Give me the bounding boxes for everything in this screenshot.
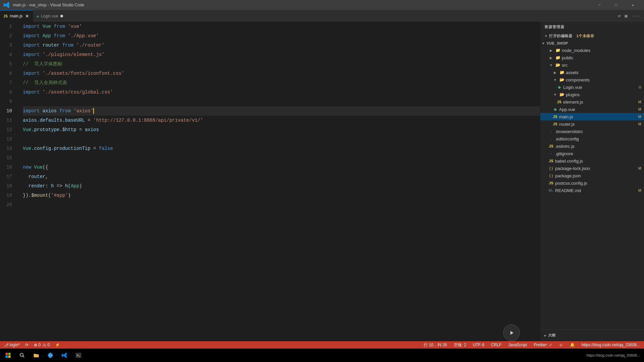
ln-14: 14: [0, 144, 16, 153]
language-item[interactable]: JavaScript: [507, 343, 528, 347]
ln-12: 12: [0, 125, 16, 134]
tree-assets[interactable]: ▶ 📁 assets: [540, 69, 644, 76]
code-line-1: import Vue from 'vue': [23, 22, 540, 31]
ln-9: 9: [0, 97, 16, 106]
tree-package-lock[interactable]: { } package-lock.json M: [540, 165, 644, 172]
editor-area: 1 2 3 4 5 6 7 8 9 10 11 12 13 14 15 16 1…: [0, 22, 540, 341]
taskbar-search[interactable]: [15, 349, 29, 362]
open-editors-header[interactable]: ▼ 打开的编辑器 1个未保存: [540, 32, 644, 40]
taskbar-terminal[interactable]: [72, 349, 85, 362]
tab-main-js-close[interactable]: ✕: [24, 13, 30, 19]
bell-item[interactable]: 🔔: [569, 343, 576, 347]
tree-public[interactable]: ▶ 📁 public: [540, 54, 644, 61]
tree-login-vue[interactable]: ◈ Login.vue U: [540, 83, 644, 91]
code-line-16: new Vue({: [23, 163, 540, 172]
element-js-badge: M: [638, 100, 641, 104]
tree-plugins[interactable]: ▼ 📂 plugins: [540, 91, 644, 98]
more-icon[interactable]: ···: [632, 13, 640, 19]
tree-router-js[interactable]: JS router.js M: [540, 120, 644, 128]
line-ending-label: CRLF: [491, 343, 501, 347]
tree-components[interactable]: ▼ 📂 components: [540, 76, 644, 83]
svg-rect-0: [6, 353, 8, 355]
tree-node-modules[interactable]: ▶ 📁 node_modules: [540, 47, 644, 54]
taskbar-browser[interactable]: [44, 349, 57, 362]
terminal-icon: [75, 352, 82, 358]
ln-16: 16: [0, 163, 16, 172]
file-tree-root[interactable]: ▼ VUE_SHOP: [540, 40, 644, 47]
prettier-item[interactable]: Prettier: ✓: [532, 343, 553, 347]
layout-icon[interactable]: ▣: [625, 13, 627, 19]
tree-package-json[interactable]: { } package.json: [540, 172, 644, 179]
file-tree-section: ▼ VUE_SHOP ▶ 📁 node_modules ▶ 📁 public ▼…: [540, 40, 644, 194]
taskbar-explorer[interactable]: [30, 349, 43, 362]
tree-readme[interactable]: M↓ README.md M: [540, 187, 644, 194]
tree-editorconfig[interactable]: · .editorconfig: [540, 135, 644, 142]
readme-badge: M: [638, 188, 641, 192]
ln-5: 5: [0, 59, 16, 69]
sidebar: 资源管理器 ▼ 打开的编辑器 1个未保存 ▼ VUE_SHOP ▶ 📁 node…: [540, 22, 644, 341]
smiley-item[interactable]: ☺: [558, 343, 565, 347]
taskbar-vscode[interactable]: [58, 349, 71, 362]
ln-13: 13: [0, 134, 16, 144]
tree-src[interactable]: ▼ 📂 src: [540, 61, 644, 69]
postcss-icon: JS: [548, 180, 554, 186]
svg-rect-3: [8, 356, 11, 358]
search-icon: [19, 352, 25, 358]
sync-item[interactable]: ⟳: [24, 343, 30, 347]
status-right: 行 10，列 26 空格: 2 UTF-8 CRLF JavaScript Pr…: [422, 342, 641, 348]
ln-8: 8: [0, 87, 16, 97]
public-chevron: ▶: [548, 55, 554, 60]
spaces-item[interactable]: 空格: 2: [452, 342, 468, 348]
root-chevron: ▼: [542, 42, 545, 45]
tree-element-js[interactable]: JS element.js M: [540, 98, 644, 106]
code-content[interactable]: import Vue from 'vue' import App from '.…: [20, 22, 540, 341]
close-button[interactable]: ✕: [625, 0, 641, 10]
tree-eslintrc[interactable]: JS .eslintrc.js: [540, 142, 644, 150]
svg-rect-1: [8, 353, 11, 355]
ln-11: 11: [0, 116, 16, 125]
tab-vue-icon: ◈: [37, 14, 39, 18]
code-line-5: // 导入字体图标: [23, 59, 540, 69]
tree-babel-config[interactable]: JS babel.config.js: [540, 157, 644, 165]
tree-gitignore[interactable]: · .gitignore: [540, 150, 644, 157]
tab-bar-right: ⇄ ▣ ···: [614, 10, 644, 22]
start-button[interactable]: [1, 349, 15, 362]
tree-postcss-config[interactable]: JS postcss.config.js: [540, 179, 644, 187]
title-bar-left: main.js - vue_shop - Visual Studio Code: [3, 2, 84, 8]
encoding-item[interactable]: UTF-8: [472, 343, 486, 347]
tab-login-vue[interactable]: ◈ Login.vue: [33, 10, 66, 22]
editorconfig-icon: ·: [548, 136, 554, 141]
errors-item[interactable]: ⊗ 0 ⚠ 0: [33, 343, 51, 347]
windows-start-icon: [5, 352, 11, 358]
code-editor[interactable]: 1 2 3 4 5 6 7 8 9 10 11 12 13 14 15 16 1…: [0, 22, 540, 341]
ln-3: 3: [0, 41, 16, 50]
git-branch-item[interactable]: ⎇ login*: [3, 343, 21, 347]
minimize-button[interactable]: ─: [592, 0, 607, 10]
ln-6: 6: [0, 69, 16, 78]
components-folder-icon: 📂: [559, 77, 565, 82]
tree-app-vue[interactable]: ◈ App.vue M: [540, 106, 644, 113]
code-line-12: Vue.prototype.$http = axios: [23, 125, 540, 134]
line-ending-item[interactable]: CRLF: [490, 343, 503, 347]
vscode-taskbar-icon: [61, 352, 67, 358]
split-editor-icon[interactable]: ⇄: [618, 13, 621, 19]
tree-browserslistrc[interactable]: · .browserslistrc: [540, 128, 644, 135]
tab-main-js[interactable]: JS main.js ✕: [0, 10, 33, 22]
code-line-18: render: h => h(App): [23, 181, 540, 191]
src-folder-icon: 📂: [555, 62, 560, 68]
tree-main-js[interactable]: JS main.js M: [540, 113, 644, 120]
svg-rect-7: [76, 353, 81, 358]
code-line-19: }).$mount('#app'): [23, 191, 540, 200]
position-item[interactable]: 行 10，列 26: [422, 342, 448, 348]
floating-play-button[interactable]: [503, 324, 520, 341]
position-label: 行 10，列 26: [424, 342, 447, 348]
outline-header[interactable]: ▶ 大纲: [540, 331, 644, 339]
url-item[interactable]: https://blog.csdn.net/qq_33608...: [580, 343, 641, 347]
ln-19: 19: [0, 191, 16, 200]
package-lock-badge: M: [638, 166, 641, 170]
open-editors-section: ▼ 打开的编辑器 1个未保存: [540, 32, 644, 40]
maximize-button[interactable]: □: [608, 0, 624, 10]
ln-18: 18: [0, 181, 16, 191]
lightning-item[interactable]: ⚡: [54, 343, 61, 347]
package-json-icon: { }: [548, 173, 554, 178]
